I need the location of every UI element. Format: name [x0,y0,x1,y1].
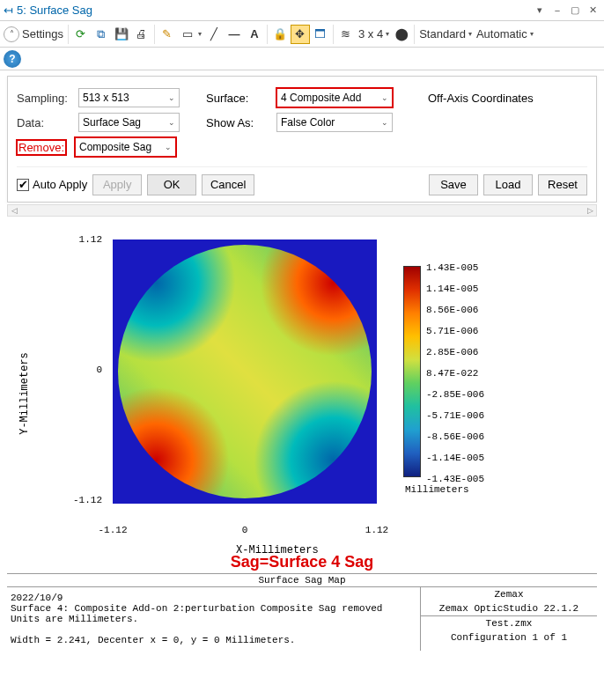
x-tick: -1.12 [98,525,127,535]
showas-dropdown[interactable]: False Color⌄ [276,113,393,132]
x-tick: 0 [242,525,248,535]
footer-file: Test.zmx [421,615,597,630]
collapse-settings-button[interactable]: ˄ [4,26,19,42]
dropdown-icon[interactable]: ▾ [532,4,548,18]
window-title: 5: Surface Sag [17,4,532,17]
colorbar-tick: -1.14E-005 [426,453,484,463]
automatic-dropdown[interactable]: Automatic [475,27,529,41]
apply-button[interactable]: Apply [92,174,142,195]
colorbar-tick: 8.47E-022 [426,368,478,379]
footer-vendor: Zemax [421,587,597,601]
y-tick: -1.12 [67,495,102,505]
print-icon[interactable]: 🖨 [132,25,151,44]
scroll-left-icon[interactable]: ◁ [8,205,20,216]
grid-layout-button[interactable]: 3 x 4 [357,27,385,41]
copy-icon[interactable]: ⧉ [92,25,111,44]
colorbar-tick: 1.14E-005 [426,284,478,294]
offaxis-label: Off-Axis Coordinates [428,92,534,105]
remove-label: Remove: [17,140,66,155]
undock-icon[interactable]: ↤ [4,4,13,17]
main-toolbar: ˄ Settings ⟳ ⧉ 💾 🖨 ✎ ▭▾ ╱ — A 🔒 ✥ 🗖 ≋ 3 … [0,21,604,48]
data-dropdown[interactable]: Surface Sag⌄ [78,113,180,132]
auto-apply-checkbox[interactable]: ✔ Auto Apply [17,178,87,191]
footer: 2022/10/9 Surface 4: Composite Add-on 2:… [7,587,597,651]
surface-label: Surface: [206,92,276,105]
restore-button[interactable]: ▢ [567,4,583,18]
colorbar-tick: -1.43E-005 [426,474,484,484]
horizontal-scrollbar[interactable]: ◁ ▷ [7,204,597,217]
footer-title: Surface Sag Map [7,573,597,587]
arrow-icon[interactable]: — [225,25,244,44]
footer-config: Configuration 1 of 1 [421,630,597,645]
zoom-fit-icon[interactable]: ✥ [291,25,310,44]
footer-product: Zemax OpticStudio 22.1.2 [421,601,597,615]
sampling-label: Sampling: [17,92,78,105]
close-button[interactable]: ✕ [585,4,600,18]
colorbar-tick: -2.85E-006 [426,389,484,400]
data-label: Data: [17,116,78,129]
text-icon[interactable]: A [245,25,264,44]
x-tick: 1.12 [365,525,388,535]
minimize-button[interactable]: − [549,4,565,18]
colorbar [403,266,421,477]
gear-icon[interactable]: ⬤ [392,25,411,44]
help-icon[interactable]: ? [4,50,21,68]
scroll-right-icon[interactable]: ▷ [584,205,596,216]
line-icon[interactable]: ╱ [204,25,224,44]
secondary-toolbar: ? [0,48,604,70]
colorbar-tick: -8.56E-006 [426,431,484,442]
colorbar-unit: Millimeters [405,484,469,495]
lock-icon[interactable]: 🔒 [270,25,290,44]
colorbar-tick: 2.85E-006 [426,347,478,357]
reset-button[interactable]: Reset [538,174,587,195]
save-icon[interactable]: 💾 [112,25,131,44]
x-axis-label: X-Millimeters [236,544,319,556]
surface-plot[interactable] [113,239,377,504]
y-tick: 0 [67,365,102,375]
settings-panel: Sampling: 513 x 513⌄ Surface: 4 Composit… [7,76,597,203]
check-icon: ✔ [17,179,29,191]
sampling-dropdown[interactable]: 513 x 513⌄ [78,88,180,107]
cancel-button[interactable]: Cancel [202,174,254,195]
colorbar-tick: 1.43E-005 [426,262,478,273]
chart-area: Y-Millimeters 1.12 0 -1.12 -1.12 0 1.12 … [7,231,597,556]
y-axis-label: Y-Millimeters [18,352,31,435]
remove-dropdown[interactable]: Composite Sag⌄ [75,137,176,157]
title-bar: ↤ 5: Surface Sag ▾ − ▢ ✕ [0,0,604,21]
standard-dropdown[interactable]: Standard [417,27,468,41]
rectangle-icon[interactable]: ▭ [178,25,197,44]
colorbar-tick: 5.71E-006 [426,326,478,336]
ok-button[interactable]: OK [147,174,196,195]
window-icon[interactable]: 🗖 [311,25,330,44]
footer-info: 2022/10/9 Surface 4: Composite Add-on 2:… [7,587,421,651]
refresh-icon[interactable]: ⟳ [71,25,91,44]
settings-button[interactable]: Settings [20,27,65,41]
layers-icon[interactable]: ≋ [336,25,356,44]
showas-label: Show As: [206,116,276,129]
surface-dropdown[interactable]: 4 Composite Add⌄ [276,88,393,107]
save-button[interactable]: Save [429,174,478,195]
colorbar-tick: 8.56E-006 [426,305,478,315]
colorbar-tick: -5.71E-006 [426,410,484,421]
y-tick: 1.12 [67,234,102,245]
load-button[interactable]: Load [483,174,533,195]
pencil-icon[interactable]: ✎ [158,25,177,44]
